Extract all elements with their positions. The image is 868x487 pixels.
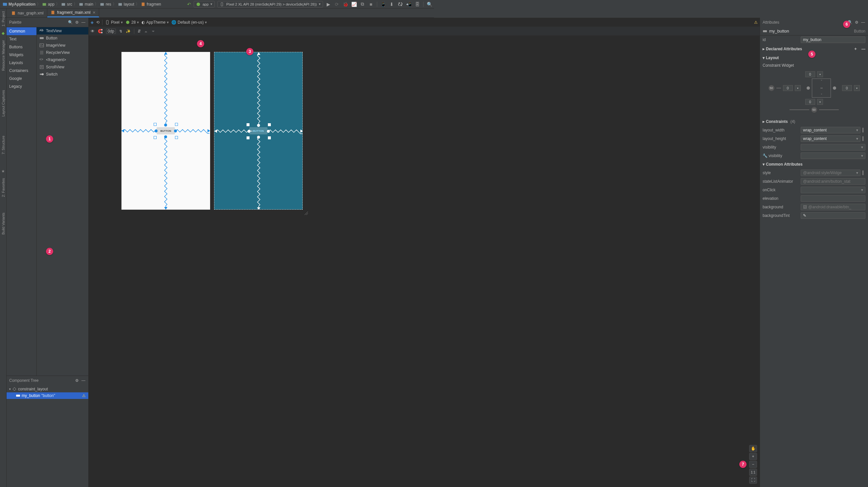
crumb-project[interactable]: MyApplication xyxy=(2,2,36,6)
search-icon[interactable]: 🔍 xyxy=(68,20,72,25)
device-icon[interactable]: 📲 xyxy=(406,2,411,7)
crumb-res[interactable]: res xyxy=(99,2,112,6)
gear-icon[interactable]: ⚙ xyxy=(74,20,79,25)
orientation-icon[interactable]: ⟲ xyxy=(96,20,99,25)
chevron-right-icon: 〉 xyxy=(56,1,60,7)
pack-icon[interactable]: ⇵ xyxy=(137,29,141,33)
svg-marker-27 xyxy=(164,52,167,55)
palette-categories: Common Text Buttons Widgets Layouts Cont… xyxy=(6,27,37,244)
palette-cat-common[interactable]: Common xyxy=(6,27,36,35)
palette-cat-containers[interactable]: Containers xyxy=(6,67,36,75)
device-combo[interactable]: Pixel 2 XL API 28 (minSdk(API 29) > devi… xyxy=(217,1,323,7)
chevron-right-icon: 〉 xyxy=(113,1,117,7)
theme-picker[interactable]: ◐ AppTheme▾ xyxy=(142,20,169,25)
crumb-file[interactable]: fragmen xyxy=(140,2,162,6)
blueprint-surface[interactable]: BUTTON xyxy=(214,52,303,210)
button-element-blueprint[interactable]: BUTTON xyxy=(249,127,268,135)
attach-debugger-icon[interactable]: ⧉ xyxy=(360,2,365,7)
debug-icon[interactable]: 🐞 xyxy=(343,2,348,7)
svg-rect-4 xyxy=(80,3,83,6)
layers-icon[interactable]: 🗄 xyxy=(415,2,420,7)
palette-item-button[interactable]: Button xyxy=(37,34,88,42)
svg-marker-25 xyxy=(121,129,124,133)
avd-manager-icon[interactable]: 📱 xyxy=(380,2,386,7)
api-picker[interactable]: 28▾ xyxy=(125,20,139,25)
svg-rect-12 xyxy=(40,37,44,39)
run-icon[interactable]: ▶ xyxy=(326,2,331,7)
callout-1: 1 xyxy=(46,135,53,143)
view-options-icon[interactable]: 👁 xyxy=(91,29,95,33)
svg-rect-7 xyxy=(142,2,145,6)
close-tab-icon[interactable]: ✕ xyxy=(93,10,96,15)
infer-constraints-icon[interactable]: ✨ xyxy=(126,29,131,33)
strip-build-variants[interactable]: Build Variants xyxy=(1,211,5,236)
palette-item-textview[interactable]: AbTextView xyxy=(37,27,88,34)
tab-fragment-main[interactable]: fragment_main.xml ✕ xyxy=(47,8,99,18)
align-icon[interactable]: ⫠ xyxy=(144,29,148,33)
stop-icon[interactable]: ■ xyxy=(368,2,374,7)
palette-item-imageview[interactable]: ImageView xyxy=(37,42,88,49)
profiler-icon[interactable]: 📈 xyxy=(351,2,356,7)
palette-item-fragment[interactable]: <><fragment> xyxy=(37,56,88,63)
resize-grip-icon[interactable] xyxy=(304,211,308,215)
strip-layout-captures[interactable]: Layout Captures xyxy=(1,89,5,118)
design-toolbar: ◈ ⟲ Pixel▾ 28▾ ◐ AppTheme▾ 🌐 Default (en… xyxy=(89,18,434,27)
minimize-icon[interactable]: — xyxy=(81,20,86,25)
strip-structure[interactable]: 7: Structure xyxy=(1,135,5,156)
svg-rect-6 xyxy=(118,3,122,6)
svg-rect-5 xyxy=(100,3,104,6)
chevron-right-icon: 〉 xyxy=(73,1,78,7)
clear-constraints-icon[interactable]: ↯ xyxy=(119,29,122,33)
palette-cat-text[interactable]: Text xyxy=(6,35,36,43)
search-icon[interactable]: 🔍 xyxy=(427,2,432,7)
android-icon xyxy=(196,2,200,6)
sdk-manager-icon[interactable]: ⬇ xyxy=(389,2,394,7)
design-surface[interactable]: BUTTON xyxy=(121,52,210,210)
resource-manager-icon[interactable]: ◆ xyxy=(2,31,5,35)
crumb-module[interactable]: app xyxy=(41,2,55,6)
locale-picker[interactable]: 🌐 Default (en-us)▾ xyxy=(172,20,207,25)
palette-panel: Palette 🔍 ⚙ — Common Text Buttons Widget… xyxy=(6,18,89,244)
default-margin[interactable]: 0dp xyxy=(106,29,116,34)
chevron-right-icon: 〉 xyxy=(135,1,140,7)
globe-icon: 🌐 xyxy=(172,20,176,25)
svg-line-33 xyxy=(305,211,308,215)
run-config-combo[interactable]: app ▾ xyxy=(194,1,215,7)
palette-cat-google[interactable]: Google xyxy=(6,75,36,83)
android-icon xyxy=(125,20,130,25)
svg-rect-10 xyxy=(12,11,15,15)
palette-item-recyclerview[interactable]: RecyclerView xyxy=(37,49,88,56)
svg-marker-31 xyxy=(257,52,260,55)
palette-title: Palette xyxy=(9,20,66,25)
button-element-design[interactable]: BUTTON xyxy=(157,127,175,135)
crumb-layout[interactable]: layout xyxy=(117,2,135,6)
design-canvas[interactable]: 4 BUTTON xyxy=(89,35,434,244)
tab-nav-graph[interactable]: nav_graph.xml xyxy=(8,8,47,18)
breadcrumb[interactable]: MyApplication 〉 app 〉 src 〉 main 〉 res 〉… xyxy=(2,1,162,7)
guidelines-icon[interactable]: ⫟ xyxy=(151,29,155,33)
device-picker[interactable]: Pixel▾ xyxy=(105,20,123,25)
strip-favorites[interactable]: 2: Favorites xyxy=(1,177,5,198)
palette-item-switch[interactable]: Switch xyxy=(37,70,88,78)
palette-item-scrollview[interactable]: ScrollView xyxy=(37,63,88,70)
callout-4: 4 xyxy=(197,40,204,47)
svg-line-34 xyxy=(306,213,308,215)
strip-resource-manager[interactable]: Resource Manager xyxy=(1,39,5,72)
design-surface-icon[interactable]: ◈ xyxy=(91,20,94,25)
magnet-icon[interactable]: 🧲 xyxy=(98,29,103,33)
palette-cat-buttons[interactable]: Buttons xyxy=(6,43,36,51)
palette-cat-legacy[interactable]: Legacy xyxy=(6,83,36,90)
list-icon xyxy=(39,50,44,55)
back-icon[interactable]: ↶ xyxy=(187,2,191,7)
favorites-icon[interactable]: ★ xyxy=(1,169,5,173)
sync-icon[interactable]: 🗘 xyxy=(398,2,403,7)
apply-changes-icon[interactable]: ⟳ xyxy=(334,2,339,7)
image-icon xyxy=(39,43,44,48)
palette-cat-layouts[interactable]: Layouts xyxy=(6,59,36,67)
palette-cat-widgets[interactable]: Widgets xyxy=(6,51,36,59)
strip-project[interactable]: 1: Project xyxy=(1,10,5,28)
crumb-main[interactable]: main xyxy=(78,2,94,6)
run-toolbar: ▶ ⟳ 🐞 📈 ⧉ ■ 📱 ⬇ 🗘 📲 🗄 🔍 xyxy=(326,2,432,7)
crumb-src[interactable]: src xyxy=(60,2,73,6)
svg-marker-32 xyxy=(257,207,260,209)
